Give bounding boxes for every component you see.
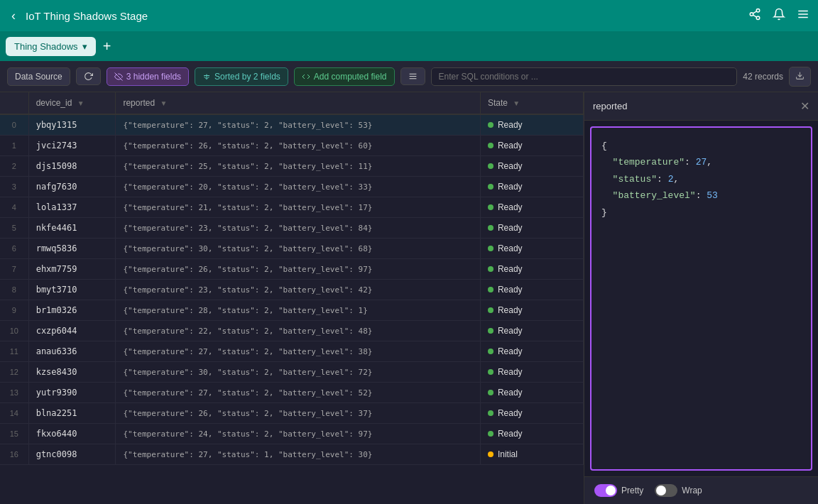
cell-reported[interactable]: {"temperature": 27, "status": 2, "batter… <box>116 383 480 403</box>
export-button[interactable] <box>789 67 811 87</box>
computed-field-button[interactable]: Add computed field <box>294 67 395 86</box>
cell-reported[interactable]: {"temperature": 20, "status": 2, "batter… <box>116 177 480 197</box>
cell-reported[interactable]: {"temperature": 27, "status": 2, "batter… <box>116 341 480 362</box>
cell-rownum: 7 <box>0 259 28 280</box>
state-label: Ready <box>498 182 523 192</box>
json-content: { "temperature": 27, "status": 2, "batte… <box>590 126 812 471</box>
table-row[interactable]: 0ybqy1315{"temperature": 27, "status": 2… <box>0 114 584 136</box>
cell-state: Ready <box>480 424 583 444</box>
cell-reported[interactable]: {"temperature": 26, "status": 2, "batter… <box>116 136 480 156</box>
table-row[interactable]: 7ehxm7759{"temperature": 26, "status": 2… <box>0 259 584 280</box>
add-tab-button[interactable]: + <box>100 35 114 57</box>
sort-label: Sorted by 2 fields <box>214 72 280 82</box>
cell-rownum: 16 <box>0 444 28 465</box>
sql-search-input[interactable] <box>431 67 738 86</box>
pretty-toggle[interactable] <box>594 484 617 497</box>
col-header-device-id[interactable]: device_id ▼ <box>28 92 116 114</box>
col-header-reported[interactable]: reported ▼ <box>116 92 480 114</box>
bell-icon[interactable] <box>773 8 785 23</box>
cell-reported[interactable]: {"temperature": 27, "status": 2, "batter… <box>116 114 480 136</box>
state-dot <box>488 369 493 375</box>
refresh-icon <box>84 72 93 81</box>
cell-rownum: 11 <box>0 341 28 362</box>
hidden-fields-label: 3 hidden fields <box>126 72 181 82</box>
table-row[interactable]: 14blna2251{"temperature": 26, "status": … <box>0 403 584 424</box>
pretty-toggle-group: Pretty <box>594 484 643 497</box>
svg-point-0 <box>756 9 760 13</box>
table-row[interactable]: 9br1m0326{"temperature": 28, "status": 2… <box>0 300 584 321</box>
view-options-button[interactable] <box>400 67 425 85</box>
tab-thing-shadows[interactable]: Thing Shadows ▾ <box>6 37 96 56</box>
cell-device-id: anau6336 <box>28 341 116 362</box>
topbar: ‹ IoT Thing Shadows Stage <box>0 0 818 31</box>
view-icon <box>408 72 418 81</box>
cell-device-id: bmyt3710 <box>28 280 116 300</box>
table-row[interactable]: 12kzse8430{"temperature": 30, "status": … <box>0 362 584 383</box>
cell-reported[interactable]: {"temperature": 30, "status": 2, "batter… <box>116 362 480 383</box>
cell-state: Ready <box>480 341 583 362</box>
data-source-button[interactable]: Data Source <box>7 67 70 86</box>
sort-icon <box>202 72 211 81</box>
table-row[interactable]: 1jvci2743{"temperature": 26, "status": 2… <box>0 136 584 156</box>
cell-state: Ready <box>480 156 583 177</box>
table-row[interactable]: 8bmyt3710{"temperature": 23, "status": 2… <box>0 280 584 300</box>
cell-rownum: 15 <box>0 424 28 444</box>
cell-reported[interactable]: {"temperature": 23, "status": 2, "batter… <box>116 280 480 300</box>
data-table: device_id ▼ reported ▼ State ▼ 0ybqy1315… <box>0 92 584 465</box>
cell-reported[interactable]: {"temperature": 22, "status": 2, "batter… <box>116 321 480 341</box>
cell-state: Ready <box>480 218 583 239</box>
table-row[interactable]: 5nkfe4461{"temperature": 23, "status": 2… <box>0 218 584 239</box>
menu-icon[interactable] <box>797 8 809 23</box>
table-row[interactable]: 2djs15098{"temperature": 25, "status": 2… <box>0 156 584 177</box>
table-row[interactable]: 6rmwq5836{"temperature": 30, "status": 2… <box>0 239 584 259</box>
cell-reported[interactable]: {"temperature": 28, "status": 2, "batter… <box>116 300 480 321</box>
cell-rownum: 12 <box>0 362 28 383</box>
cell-reported[interactable]: {"temperature": 21, "status": 2, "batter… <box>116 197 480 218</box>
share-icon[interactable] <box>748 8 761 23</box>
table-area[interactable]: device_id ▼ reported ▼ State ▼ 0ybqy1315… <box>0 92 584 504</box>
tabbar: Thing Shadows ▾ + <box>0 31 818 61</box>
cell-reported[interactable]: {"temperature": 30, "status": 2, "batter… <box>116 239 480 259</box>
state-dot <box>488 122 493 128</box>
cell-device-id: yutr9390 <box>28 383 116 403</box>
cell-reported[interactable]: {"temperature": 26, "status": 2, "batter… <box>116 403 480 424</box>
state-label: Ready <box>498 285 523 295</box>
state-label: Ready <box>498 264 523 274</box>
table-row[interactable]: 11anau6336{"temperature": 27, "status": … <box>0 341 584 362</box>
table-row[interactable]: 10cxzp6044{"temperature": 22, "status": … <box>0 321 584 341</box>
state-dot <box>488 246 493 251</box>
hidden-fields-button[interactable]: 3 hidden fields <box>107 67 189 86</box>
cell-device-id: fkxo6440 <box>28 424 116 444</box>
cell-device-id: kzse8430 <box>28 362 116 383</box>
table-row[interactable]: 15fkxo6440{"temperature": 24, "status": … <box>0 424 584 444</box>
table-row[interactable]: 13yutr9390{"temperature": 27, "status": … <box>0 383 584 403</box>
cell-device-id: nkfe4461 <box>28 218 116 239</box>
cell-reported[interactable]: {"temperature": 25, "status": 2, "batter… <box>116 156 480 177</box>
cell-reported[interactable]: {"temperature": 23, "status": 2, "batter… <box>116 218 480 239</box>
cell-reported[interactable]: {"temperature": 27, "status": 1, "batter… <box>116 444 480 465</box>
cell-reported[interactable]: {"temperature": 24, "status": 2, "batter… <box>116 424 480 444</box>
cell-state: Ready <box>480 136 583 156</box>
wrap-toggle-group: Wrap <box>655 484 702 497</box>
sort-button[interactable]: Sorted by 2 fields <box>195 67 288 86</box>
table-row[interactable]: 16gtnc0098{"temperature": 27, "status": … <box>0 444 584 465</box>
cell-rownum: 1 <box>0 136 28 156</box>
data-source-label: Data Source <box>15 72 62 82</box>
wrap-toggle[interactable] <box>655 484 677 497</box>
back-button[interactable]: ‹ <box>9 6 18 26</box>
app-title: IoT Thing Shadows Stage <box>26 10 741 22</box>
state-dot <box>488 451 493 457</box>
pretty-label: Pretty <box>621 486 643 495</box>
cell-state: Ready <box>480 383 583 403</box>
cell-reported[interactable]: {"temperature": 26, "status": 2, "batter… <box>116 259 480 280</box>
col-header-rownum <box>0 92 28 114</box>
col-header-state[interactable]: State ▼ <box>480 92 583 114</box>
json-panel-close-button[interactable]: ✕ <box>800 99 809 113</box>
table-row[interactable]: 3nafg7630{"temperature": 20, "status": 2… <box>0 177 584 197</box>
table-row[interactable]: 4lola1337{"temperature": 21, "status": 2… <box>0 197 584 218</box>
toolbar: Data Source 3 hidden fields Sorted by 2 … <box>0 61 818 92</box>
state-dot <box>488 184 493 190</box>
svg-line-3 <box>753 15 756 17</box>
cell-rownum: 4 <box>0 197 28 218</box>
refresh-button[interactable] <box>76 67 101 85</box>
